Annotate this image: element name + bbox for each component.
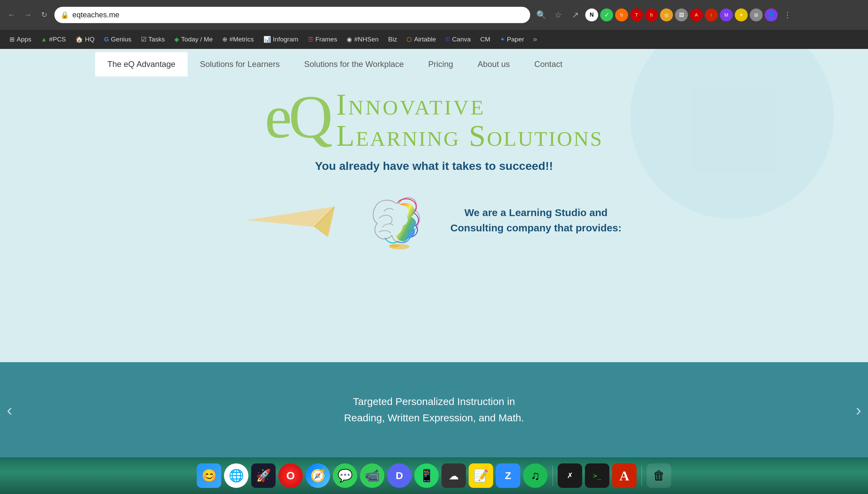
share-button[interactable]: ↗ <box>568 8 583 22</box>
bookmark-hq-label: HQ <box>85 36 95 43</box>
metrics-icon: ⊕ <box>222 36 227 43</box>
bookmark-biz-label: Biz <box>388 36 397 43</box>
teal-line2: Reading, Written Expression, and Math. <box>344 410 524 426</box>
ext9[interactable]: ↑ <box>705 8 718 21</box>
canva-icon: © <box>446 36 450 43</box>
bookmark-paper[interactable]: ✦ Paper <box>496 34 528 45</box>
bookmark-infogram-label: Infogram <box>273 36 298 43</box>
bookmark-pcs-label: #PCS <box>49 36 66 43</box>
bookmark-hq[interactable]: 🏠 HQ <box>71 34 99 45</box>
dock-zoom[interactable]: Z <box>496 463 520 488</box>
teal-text: Targeted Personalized Instruction in Rea… <box>344 393 524 426</box>
reload-button[interactable]: ↻ <box>38 9 50 21</box>
dock-discord[interactable]: D <box>387 463 412 488</box>
dock-finder[interactable]: 😊 <box>197 463 221 488</box>
bookmark-canva[interactable]: © Canva <box>441 34 475 45</box>
bookmark-canva-label: Canva <box>452 36 471 43</box>
svg-point-4 <box>389 244 399 247</box>
dock-rocket[interactable]: 🚀 <box>251 463 276 488</box>
dock-dictionary[interactable]: A <box>612 463 637 488</box>
search-button[interactable]: 🔍 <box>534 8 549 22</box>
carousel-left-arrow[interactable]: ‹ <box>7 401 12 419</box>
star-button[interactable]: ☆ <box>551 8 566 22</box>
tasks-icon: ☑ <box>141 36 146 43</box>
bookmark-genius[interactable]: G Genius <box>100 34 135 45</box>
nav-eq-advantage[interactable]: The eQ Advantage <box>95 52 188 76</box>
dock-trash[interactable]: 🗑 <box>647 463 671 488</box>
back-button[interactable]: ← <box>5 9 18 21</box>
bookmarks-more-button[interactable]: » <box>530 33 540 46</box>
bookmark-nhsen[interactable]: ◉ #NHSen <box>343 34 383 45</box>
infogram-icon: 📊 <box>263 36 271 43</box>
bookmark-metrics[interactable]: ⊕ #Metrics <box>218 34 258 45</box>
bookmark-nhsen-label: #NHSen <box>354 36 379 43</box>
bookmark-tasks[interactable]: ☑ Tasks <box>137 34 169 45</box>
dock-facetime[interactable]: 📹 <box>360 463 384 488</box>
nav-about[interactable]: About us <box>465 52 522 76</box>
bookmark-frames-label: Frames <box>315 36 337 43</box>
nav-solutions-learners[interactable]: Solutions for Learners <box>188 52 292 76</box>
dock-whatsapp[interactable]: 📱 <box>414 463 439 488</box>
bookmark-genius-label: Genius <box>111 36 131 43</box>
brain-container <box>362 186 430 254</box>
address-bar[interactable]: 🔒 eqteaches.me <box>54 7 530 23</box>
ext3[interactable]: h <box>615 8 628 21</box>
forward-button[interactable]: → <box>22 9 34 21</box>
airplane-svg <box>246 200 342 241</box>
ext7[interactable]: 🖼 <box>675 8 688 21</box>
bookmark-biz[interactable]: Biz <box>384 34 401 45</box>
bookmark-infogram[interactable]: 📊 Infogram <box>259 34 302 45</box>
tagline: You already have what it takes to succee… <box>0 159 868 173</box>
dock-opera[interactable]: O <box>278 463 303 488</box>
pcs-icon: ▲ <box>41 36 47 43</box>
bookmark-metrics-label: #Metrics <box>229 36 254 43</box>
nav-solutions-workplace[interactable]: Solutions for the Workplace <box>292 52 416 76</box>
innovative-line2: Learning Solutions <box>336 120 603 153</box>
teal-section: ‹ › Targeted Personalized Instruction in… <box>0 362 868 457</box>
content-area: We are a Learning Studio and Consulting … <box>0 186 868 254</box>
bookmark-cm[interactable]: CM <box>476 34 494 45</box>
innovative-text: Innovative Learning Solutions <box>329 86 603 153</box>
apps-icon: ⊞ <box>10 36 15 43</box>
dock-spotify[interactable]: ♫ <box>523 463 548 488</box>
description-text: We are a Learning Studio and Consulting … <box>450 205 621 235</box>
ext8[interactable]: A <box>690 8 703 21</box>
nav-contact[interactable]: Contact <box>522 52 575 76</box>
ext2[interactable]: ✓ <box>600 8 613 21</box>
bookmark-pcs[interactable]: ▲ #PCS <box>37 34 70 45</box>
dock-stickies[interactable]: 📝 <box>469 463 493 488</box>
teal-line1: Targeted Personalized Instruction in <box>344 393 524 410</box>
description-line1: We are a Learning Studio and <box>450 205 621 220</box>
more-button[interactable]: ⋮ <box>780 8 795 22</box>
ext5[interactable]: h <box>645 8 658 21</box>
ext12[interactable]: ⊞ <box>750 8 763 21</box>
dock-app1[interactable]: ✗ <box>558 463 582 488</box>
bookmark-frames[interactable]: ☰ Frames <box>304 34 341 45</box>
url-text: eqteaches.me <box>72 11 119 19</box>
mac-dock: 😊 🌐 🚀 O 🧭 💬 📹 D 📱 ☁ 📝 Z ♫ ✗ >_ A 🗑 <box>0 457 868 494</box>
notion-ext[interactable]: N <box>585 8 598 21</box>
bookmark-cm-label: CM <box>480 36 490 43</box>
dock-cloud[interactable]: ☁ <box>441 463 466 488</box>
website-content: The eQ Advantage Solutions for Learners … <box>0 49 868 457</box>
bookmark-apps[interactable]: ⊞ Apps <box>5 34 35 45</box>
dock-separator2 <box>641 465 642 486</box>
airtable-icon: ⬡ <box>406 36 412 43</box>
nhsen-icon: ◉ <box>347 36 352 43</box>
ext6[interactable]: ◎ <box>660 8 673 21</box>
bookmark-today[interactable]: ◆ Today / Me <box>170 34 217 45</box>
ext4[interactable]: T <box>630 8 643 21</box>
ext11[interactable]: ✦ <box>735 8 748 21</box>
ext10[interactable]: M <box>720 8 733 21</box>
bookmark-airtable[interactable]: ⬡ Airtable <box>402 34 440 45</box>
hero-section: eQ Innovative Learning Solutions You alr… <box>0 80 868 268</box>
dock-safari[interactable]: 🧭 <box>306 463 330 488</box>
bookmark-apps-label: Apps <box>17 36 31 43</box>
paper-airplane <box>246 200 342 241</box>
dock-messages[interactable]: 💬 <box>333 463 357 488</box>
nav-pricing[interactable]: Pricing <box>416 52 465 76</box>
profile-button[interactable]: 👤 <box>765 8 778 21</box>
carousel-right-arrow[interactable]: › <box>856 401 861 419</box>
dock-chrome[interactable]: 🌐 <box>224 463 248 488</box>
dock-terminal[interactable]: >_ <box>585 463 609 488</box>
